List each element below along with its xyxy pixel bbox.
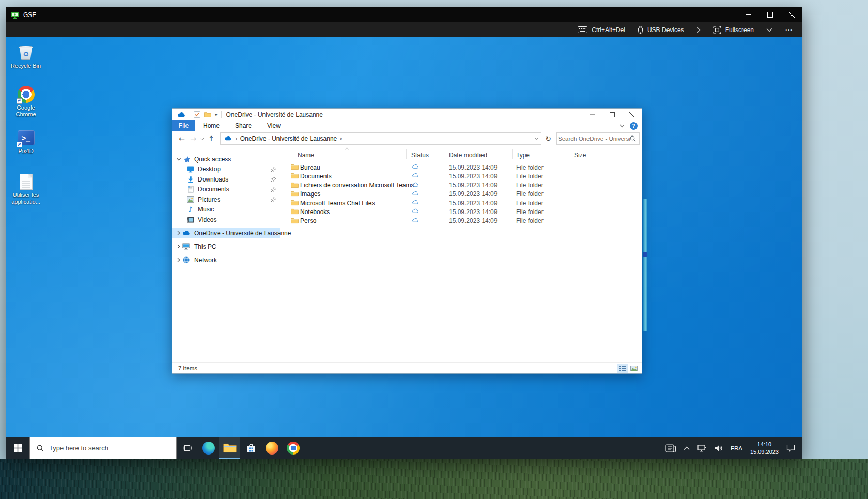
news-widget-icon[interactable] (665, 444, 676, 452)
task-view-button[interactable] (177, 437, 198, 459)
taskbar-icon-chrome[interactable] (283, 437, 304, 459)
tab-view[interactable]: View (259, 120, 288, 131)
desktop-icon-label: Pix4D (18, 148, 33, 155)
navigation-pane: Quick access Desktop Downloads (172, 147, 280, 362)
up-button[interactable]: ↑ (206, 134, 217, 143)
taskbar-icon-file-explorer[interactable] (219, 437, 240, 459)
language-indicator[interactable]: FRA (731, 445, 742, 451)
desktop-icon-utiliser-les-applications[interactable]: Utiliser les applicatio... (6, 173, 45, 205)
search-icon[interactable] (630, 135, 636, 142)
cloud-status-icon (412, 191, 419, 196)
large-icons-view-button[interactable] (629, 364, 639, 373)
file-row[interactable]: Fichiers de conversation Microsoft Teams… (280, 181, 642, 190)
clock-time: 14:10 (750, 441, 779, 448)
ribbon-collapse-chevron-icon[interactable] (619, 124, 625, 128)
file-row[interactable]: Documents 15.09.2023 14:09 File folder (280, 172, 642, 180)
desktop-icon-recycle-bin[interactable]: ♻ Recycle Bin (6, 43, 45, 69)
properties-check-icon[interactable] (194, 111, 200, 118)
onedrive-cloud-icon (224, 135, 233, 141)
chevron-collapsed-icon[interactable] (176, 231, 181, 235)
search-input[interactable] (558, 135, 630, 142)
tab-share[interactable]: Share (227, 120, 259, 131)
file-row[interactable]: Perso 15.09.2023 14:09 File folder (280, 217, 642, 225)
desktop-icon-pix4d[interactable]: >_ Pix4D (6, 129, 45, 155)
sidebar-item-onedrive[interactable]: OneDrive - Université de Lausanne (172, 228, 280, 238)
address-bar[interactable]: › OneDrive - Université de Lausanne › (220, 132, 541, 145)
volume-icon[interactable] (715, 445, 723, 452)
column-header-size[interactable]: Size (574, 152, 586, 159)
sidebar-item-quick-access[interactable]: Quick access (172, 154, 280, 164)
fullscreen-icon (713, 26, 721, 34)
start-button[interactable] (6, 437, 29, 459)
taskbar-icon-firefox[interactable] (261, 437, 283, 459)
ribbon-tabs: File Home Share View ? (172, 120, 642, 131)
file-row[interactable]: Images 15.09.2023 14:09 File folder (280, 190, 642, 199)
sidebar-item-this-pc[interactable]: This PC (172, 241, 280, 252)
forward-button[interactable]: → (188, 134, 199, 143)
file-row[interactable]: Bureau 15.09.2023 14:09 File folder (280, 163, 642, 172)
file-type: File folder (516, 190, 544, 198)
recent-locations-chevron-icon[interactable] (200, 137, 205, 140)
chevron-collapsed-icon[interactable] (176, 258, 181, 262)
file-row[interactable]: Microsoft Teams Chat Files 15.09.2023 14… (280, 199, 642, 207)
sidebar-item-music[interactable]: ♪ Music (172, 205, 280, 215)
explorer-titlebar[interactable]: ▾ OneDrive - Université de Lausanne (172, 109, 642, 120)
chevron-collapsed-icon[interactable] (176, 244, 181, 249)
sidebar-item-desktop[interactable]: Desktop (172, 164, 280, 175)
close-icon (629, 112, 634, 117)
sidebar-item-documents[interactable]: Documents (172, 185, 280, 195)
file-row[interactable]: Notebooks 15.09.2023 14:09 File folder (280, 207, 642, 216)
client-close-button[interactable] (781, 7, 802, 22)
ctrl-alt-del-button[interactable]: Ctrl+Alt+Del (578, 26, 625, 34)
taskbar-clock[interactable]: 14:10 15.09.2023 (750, 441, 779, 456)
client-minimize-button[interactable] (737, 7, 759, 22)
back-button[interactable]: ← (176, 134, 188, 143)
file-name: Images (300, 190, 320, 198)
column-header-name[interactable]: Name (298, 152, 314, 159)
column-header-type[interactable]: Type (516, 152, 530, 159)
chevron-right-icon[interactable] (696, 27, 701, 33)
breadcrumb[interactable]: OneDrive - Université de Lausanne (240, 135, 337, 142)
file-type: File folder (516, 173, 544, 180)
sidebar-item-pictures[interactable]: Pictures (172, 194, 280, 205)
action-center-icon[interactable] (786, 444, 795, 452)
taskbar-search-input[interactable] (49, 444, 176, 452)
text-document-icon (17, 173, 35, 190)
chevron-down-icon[interactable] (766, 28, 772, 32)
maximize-icon (767, 12, 773, 18)
folder-icon (291, 173, 299, 179)
usb-devices-button[interactable]: USB Devices (638, 26, 684, 34)
taskbar-icon-edge[interactable] (198, 437, 219, 459)
details-view-button[interactable] (617, 364, 628, 373)
wallpaper-beam-gap (643, 252, 647, 257)
chevron-expanded-icon[interactable] (176, 158, 181, 161)
usb-devices-label: USB Devices (647, 26, 684, 34)
address-dropdown-chevron-icon[interactable] (534, 137, 539, 140)
sidebar-item-network[interactable]: Network (172, 255, 280, 265)
column-header-status[interactable]: Status (411, 152, 429, 159)
taskbar-icon-store[interactable] (240, 437, 261, 459)
refresh-button[interactable]: ↻ (541, 134, 555, 143)
sidebar-item-downloads[interactable]: Downloads (172, 174, 280, 185)
explorer-minimize-button[interactable] (583, 109, 602, 120)
breadcrumb-separator[interactable]: › (339, 135, 342, 142)
column-header-date-modified[interactable]: Date modified (449, 152, 487, 159)
tab-home[interactable]: Home (195, 120, 227, 131)
client-maximize-button[interactable] (759, 7, 781, 22)
maximize-icon (610, 112, 615, 117)
network-tray-icon[interactable] (698, 445, 707, 452)
explorer-maximize-button[interactable] (602, 109, 622, 120)
fullscreen-button[interactable]: Fullscreen (713, 26, 754, 34)
explorer-close-button[interactable] (622, 109, 642, 120)
more-options-button[interactable]: ⋯ (785, 25, 793, 35)
qat-customize-caret[interactable]: ▾ (215, 112, 218, 117)
task-view-icon (183, 444, 192, 452)
help-icon[interactable]: ? (630, 122, 638, 130)
store-icon (245, 443, 257, 454)
tab-file[interactable]: File (172, 120, 195, 131)
file-date-modified: 15.09.2023 14:09 (449, 173, 497, 180)
new-folder-icon[interactable] (204, 112, 211, 118)
desktop-icon-google-chrome[interactable]: Google Chrome (6, 85, 45, 118)
sidebar-item-videos[interactable]: Videos (172, 215, 280, 225)
tray-expand-chevron-icon[interactable] (684, 446, 690, 450)
